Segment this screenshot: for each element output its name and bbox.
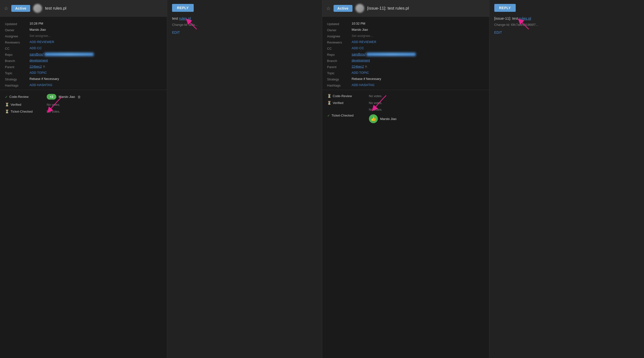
verified-value-2: No votes. xyxy=(369,101,484,105)
plus2-badge: +2 xyxy=(47,94,56,100)
code-review-value-2: No votes. xyxy=(369,94,484,98)
hashtags-label-2: Hashtags xyxy=(327,83,349,87)
topic-label: Topic xyxy=(5,71,27,75)
owner-value: Marslo Jiao xyxy=(30,28,162,32)
panel-2-avatar xyxy=(356,4,364,13)
commit-text-2: [issue-11]: test xyxy=(494,16,520,20)
ticket-checked-value-container: No votes. xyxy=(47,110,162,113)
repo-value: sandbox/ xyxy=(30,52,162,56)
panel-1-active-badge: Active xyxy=(11,5,30,12)
code-review-value: +2 Marslo Jiao 🗑 xyxy=(47,94,162,100)
panel-2-active-badge: Active xyxy=(334,5,352,12)
add-reviewer-button[interactable]: ADD REVIEWER xyxy=(30,40,162,44)
parent-link[interactable]: 224bec2 xyxy=(30,65,42,68)
commit-message-1: test rules.pl xyxy=(172,16,317,21)
panel-1: ☆ Active test rules.pl Updated 10:28 PM … xyxy=(0,0,322,358)
owner-label-2: Owner xyxy=(327,28,349,32)
commit-message-2: [issue-11]: test rules.pl xyxy=(494,16,639,21)
reply-button-1[interactable]: REPLY xyxy=(172,4,194,12)
cc-label-2: CC xyxy=(327,46,349,50)
copy-icon[interactable]: ⎘ xyxy=(43,65,45,68)
thumbs-voter-row: 👍 Marslo Jiao xyxy=(369,114,396,123)
reply-button-2[interactable]: REPLY xyxy=(494,4,516,12)
strategy-value-2: Rebase if Necessary xyxy=(352,77,484,81)
strategy-label: Strategy xyxy=(5,77,27,81)
ticket-checked-label: ⏳ Ticket-Checked xyxy=(5,110,44,113)
repo-link[interactable]: sandbox/ xyxy=(30,52,44,56)
branch-label: Branch xyxy=(5,58,27,63)
hourglass-icon-1: ⏳ xyxy=(5,102,9,106)
panel-1-title: test rules.pl xyxy=(45,6,66,11)
reviewers-label: Reviewers xyxy=(5,40,27,44)
delete-vote-icon[interactable]: 🗑 xyxy=(78,95,81,99)
add-reviewer-button-2[interactable]: ADD REVIEWER xyxy=(352,40,484,44)
edit-link-1[interactable]: EDIT xyxy=(172,30,317,34)
commit-message-container-2: [issue-11]: test rules.pl xyxy=(494,16,639,23)
cc-label: CC xyxy=(5,46,27,50)
copy-icon-2[interactable]: ⎘ xyxy=(365,65,367,68)
updated-label-2: Updated xyxy=(327,22,349,26)
star-icon[interactable]: ☆ xyxy=(4,6,8,11)
panel-2: ☆ Active [issue-11]: test rules.pl Updat… xyxy=(322,0,644,358)
panel-1-info: ☆ Active test rules.pl Updated 10:28 PM … xyxy=(0,0,167,358)
panel-1-info-grid: Updated 10:28 PM Owner Marslo Jiao Assig… xyxy=(0,17,167,90)
repo-label-2: Repo xyxy=(327,52,349,56)
verified-text-2: Verified xyxy=(333,101,344,105)
repo-label: Repo xyxy=(5,52,27,56)
commit-text-1: test xyxy=(172,16,179,20)
add-cc-button[interactable]: ADD CC xyxy=(30,46,162,50)
hourglass-icon-2: ⏳ xyxy=(5,110,9,113)
ticket-checked-value-2: No votes. xyxy=(369,108,396,112)
assignee-value-2[interactable]: Set assignee... xyxy=(352,34,484,38)
hourglass-icon-3: ⏳ xyxy=(327,94,331,98)
branch-value-2[interactable]: development xyxy=(352,58,484,62)
parent-value-2: 224bec2 ⎘ xyxy=(352,65,484,68)
commit-link-1[interactable]: rules.pl xyxy=(179,16,191,20)
strategy-value: Rebase if Necessary xyxy=(30,77,162,81)
ticket-checked-text: Ticket-Checked xyxy=(10,110,33,113)
star-icon-2[interactable]: ☆ xyxy=(326,6,330,11)
voter-name-2: Marslo Jiao xyxy=(380,117,396,121)
check-icon-1: ✓ xyxy=(5,95,8,99)
panel-2-title: [issue-11]: test rules.pl xyxy=(367,6,409,11)
ticket-checked-value-container-2: No votes. xyxy=(369,108,484,123)
parent-label: Parent xyxy=(5,65,27,69)
branch-value[interactable]: development xyxy=(30,58,162,62)
owner-label: Owner xyxy=(5,28,27,32)
assignee-label-2: Assignee xyxy=(327,34,349,38)
panel-1-avatar xyxy=(33,4,42,13)
assignee-label: Assignee xyxy=(5,34,27,38)
verified-label: ⏳ Verified xyxy=(5,102,44,106)
verified-text: Verified xyxy=(10,103,21,106)
updated-value-2: 10:32 PM xyxy=(352,22,484,25)
add-topic-button-1[interactable]: ADD TOPIC xyxy=(30,71,162,74)
edit-link-2[interactable]: EDIT xyxy=(494,30,639,34)
check-icon-2: ✓ xyxy=(327,114,330,118)
commit-link-2[interactable]: rules.pl xyxy=(519,16,531,20)
voter-name-1: Marslo Jiao xyxy=(59,95,75,98)
reviewers-label-2: Reviewers xyxy=(327,40,349,44)
parent-value: 224bec2 ⎘ xyxy=(30,65,162,68)
verified-value: No votes. xyxy=(47,103,162,106)
panel-1-vote-section: ✓ Code-Review +2 Marslo Jiao 🗑 ⏳ Verifie… xyxy=(0,90,167,117)
panel-1-reply: REPLY test rules.pl Change-Id: la9a... E… xyxy=(167,0,322,358)
panel-2-header: ☆ Active [issue-11]: test rules.pl xyxy=(322,0,489,17)
panel-2-info-grid: Updated 10:32 PM Owner Marslo Jiao Assig… xyxy=(322,17,489,90)
repo-blurred xyxy=(44,52,94,56)
topic-label-2: Topic xyxy=(327,71,349,75)
branch-label-2: Branch xyxy=(327,58,349,63)
owner-value-2: Marslo Jiao xyxy=(352,28,484,32)
add-topic-button-2[interactable]: ADD TOPIC xyxy=(352,71,484,74)
panel-2-info: ☆ Active [issue-11]: test rules.pl Updat… xyxy=(322,0,490,358)
code-review-label-2: ⏳ Code-Review xyxy=(327,94,366,98)
assignee-value[interactable]: Set assignee... xyxy=(30,34,162,38)
add-hashtag-button[interactable]: ADD HASHTAG xyxy=(30,83,162,87)
add-hashtag-button-2[interactable]: ADD HASHTAG xyxy=(352,83,484,87)
ticket-checked-value: No votes. xyxy=(47,110,60,113)
panel-2-vote-section: ⏳ Code-Review No votes. ⏳ Verified No vo… xyxy=(322,90,489,127)
repo-link-2[interactable]: sandbox/ xyxy=(352,52,366,56)
ticket-checked-text-2: Ticket-Checked xyxy=(332,114,354,117)
add-cc-button-2[interactable]: ADD CC xyxy=(352,46,484,50)
code-review-label: ✓ Code-Review xyxy=(5,95,44,99)
parent-link-2[interactable]: 224bec2 xyxy=(352,65,364,68)
